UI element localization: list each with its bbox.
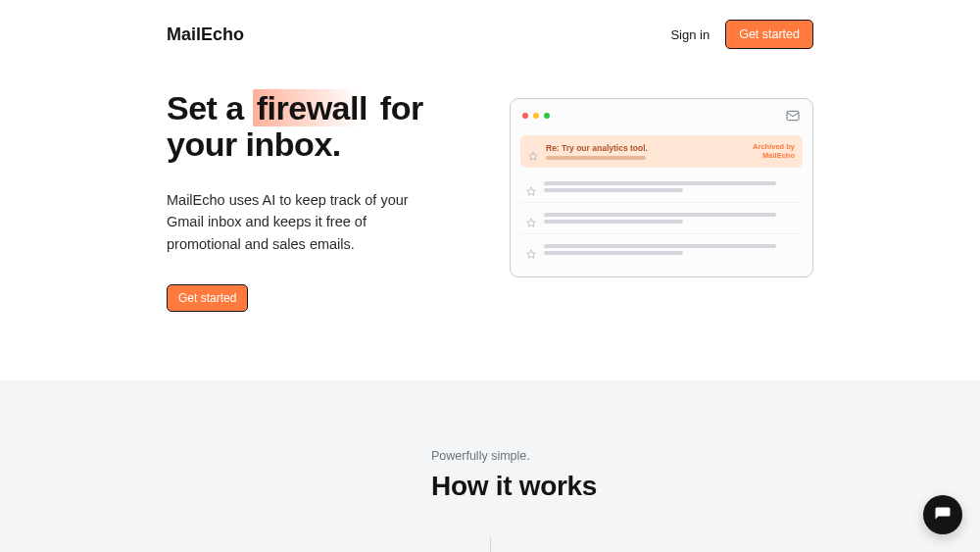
archived-badge: Archived by MailEcho: [753, 143, 795, 160]
star-icon: [526, 182, 536, 192]
star-icon: [526, 245, 536, 255]
archived-email-row: Re: Try our analytics tool. Archived by …: [520, 135, 803, 168]
section-kicker: Powerfully simple.: [431, 449, 813, 463]
hero-subtitle: MailEcho uses AI to keep track of your G…: [167, 189, 421, 255]
dot-maximize-icon: [544, 113, 550, 119]
brand-logo[interactable]: MailEcho: [167, 25, 244, 45]
dot-minimize-icon: [533, 113, 539, 119]
email-row: [520, 172, 803, 203]
inbox-mockup: Re: Try our analytics tool. Archived by …: [510, 98, 813, 277]
get-started-button[interactable]: Get started: [725, 20, 813, 49]
star-icon: [528, 147, 538, 157]
vertical-divider: [490, 537, 491, 552]
star-icon: [526, 214, 536, 224]
dot-close-icon: [522, 113, 528, 119]
hero-cta-button[interactable]: Get started: [167, 284, 248, 312]
signin-link[interactable]: Sign in: [670, 27, 710, 42]
envelope-icon: [785, 108, 801, 124]
chat-icon: [934, 506, 952, 524]
email-row: [520, 234, 803, 265]
hero-title-highlight: firewall: [253, 89, 371, 126]
archived-email-subject: Re: Try our analytics tool.: [546, 143, 745, 153]
window-dots: [522, 113, 550, 119]
archived-badge-line2: MailEcho: [753, 152, 795, 161]
section-title: How it works: [431, 471, 813, 502]
nav-actions: Sign in Get started: [670, 20, 813, 49]
email-row: [520, 203, 803, 234]
hero-title: Set a firewall for your inbox.: [167, 90, 470, 164]
hero-title-pre: Set a: [167, 89, 253, 126]
svg-rect-0: [787, 111, 799, 120]
chat-widget-button[interactable]: [923, 495, 962, 534]
